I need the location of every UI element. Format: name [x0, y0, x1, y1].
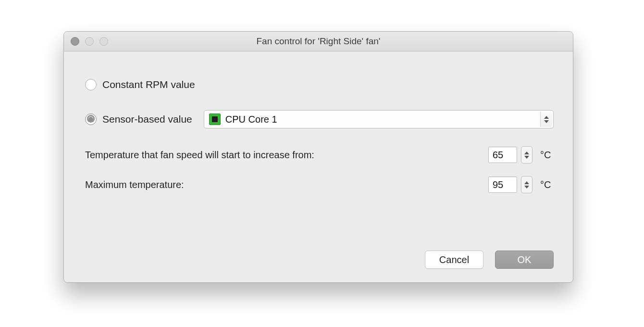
sensor-select-stepper[interactable]	[540, 112, 552, 127]
radio-constant-rpm-label: Constant RPM value	[102, 79, 195, 90]
radio-sensor-based[interactable]	[85, 113, 97, 125]
chevron-down-icon	[544, 120, 549, 123]
setting-max-temp: Maximum temperature: °C	[85, 176, 554, 193]
setting-start-increase: Temperature that fan speed will start to…	[85, 146, 554, 164]
cancel-button[interactable]: Cancel	[425, 251, 483, 269]
dialog-content: Constant RPM value Sensor-based value CP…	[64, 51, 573, 282]
sensor-select[interactable]: CPU Core 1	[204, 110, 554, 128]
chevron-up-icon	[544, 116, 549, 119]
start-increase-input[interactable]	[488, 147, 517, 163]
start-increase-unit: °C	[540, 150, 554, 161]
radio-sensor-based-label: Sensor-based value	[102, 113, 192, 125]
max-temp-input[interactable]	[488, 176, 517, 193]
option-constant-rpm[interactable]: Constant RPM value	[85, 74, 554, 95]
chevron-up-icon	[524, 151, 529, 154]
max-temp-label: Maximum temperature:	[85, 178, 184, 191]
chevron-up-icon	[524, 181, 529, 184]
minimize-button	[85, 37, 94, 46]
window-title: Fan control for 'Right Side' fan'	[64, 36, 573, 47]
sensor-select-value: CPU Core 1	[225, 114, 277, 125]
dialog-window: Fan control for 'Right Side' fan' Consta…	[63, 31, 573, 283]
radio-constant-rpm[interactable]	[85, 79, 97, 90]
chevron-down-icon	[524, 156, 529, 159]
dialog-footer: Cancel OK	[425, 251, 554, 269]
title-bar: Fan control for 'Right Side' fan'	[64, 32, 573, 51]
close-button[interactable]	[71, 37, 79, 46]
zoom-button	[99, 37, 108, 46]
max-temp-stepper[interactable]	[521, 176, 533, 193]
max-temp-unit: °C	[540, 179, 554, 190]
window-controls	[71, 37, 108, 46]
start-increase-label: Temperature that fan speed will start to…	[85, 149, 314, 162]
option-sensor-based[interactable]: Sensor-based value CPU Core 1	[85, 109, 554, 130]
chip-icon	[209, 113, 221, 125]
ok-button[interactable]: OK	[495, 251, 554, 269]
start-increase-stepper[interactable]	[521, 146, 533, 164]
chevron-down-icon	[524, 186, 529, 189]
